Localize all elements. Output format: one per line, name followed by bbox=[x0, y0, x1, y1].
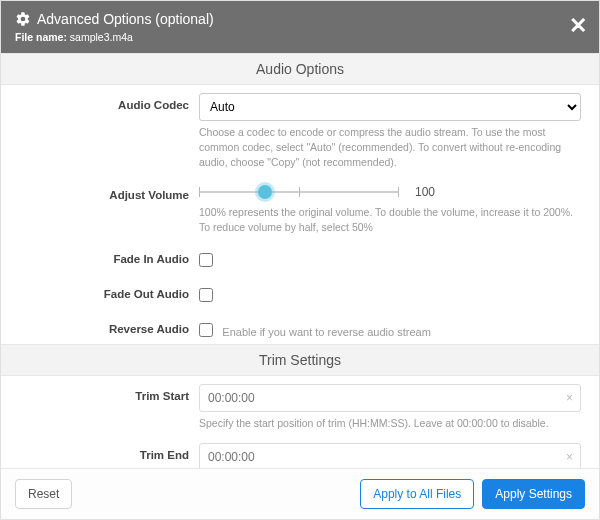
section-audio-options: Audio Options bbox=[1, 53, 599, 85]
fade-out-label: Fade Out Audio bbox=[19, 282, 189, 305]
file-name-value: sample3.m4a bbox=[70, 31, 133, 43]
trim-start-help: Specify the start position of trim (HH:M… bbox=[199, 416, 581, 431]
fade-out-checkbox[interactable] bbox=[199, 288, 213, 302]
volume-help: 100% represents the original volume. To … bbox=[199, 205, 581, 235]
advanced-options-dialog: Advanced Options (optional) File name: s… bbox=[0, 0, 600, 520]
trim-end-input[interactable] bbox=[199, 443, 581, 468]
fade-in-label: Fade In Audio bbox=[19, 247, 189, 270]
volume-slider-thumb[interactable] bbox=[258, 185, 272, 199]
dialog-title: Advanced Options (optional) bbox=[37, 11, 214, 27]
file-name-label: File name: bbox=[15, 31, 67, 43]
dialog-footer: Reset Apply to All Files Apply Settings bbox=[1, 468, 599, 519]
trim-end-clear-icon[interactable]: × bbox=[566, 451, 573, 463]
adjust-volume-label: Adjust Volume bbox=[19, 183, 189, 235]
trim-end-label: Trim End bbox=[19, 443, 189, 468]
reverse-audio-label: Reverse Audio bbox=[19, 317, 189, 340]
apply-all-button[interactable]: Apply to All Files bbox=[360, 479, 474, 509]
volume-slider[interactable] bbox=[199, 183, 399, 201]
section-trim-settings: Trim Settings bbox=[1, 344, 599, 376]
audio-codec-help: Choose a codec to encode or compress the… bbox=[199, 125, 581, 171]
reverse-audio-help: Enable if you want to reverse audio stre… bbox=[222, 326, 431, 338]
apply-settings-button[interactable]: Apply Settings bbox=[482, 479, 585, 509]
close-icon[interactable]: ✕ bbox=[569, 15, 587, 37]
dialog-header: Advanced Options (optional) File name: s… bbox=[1, 1, 599, 53]
audio-codec-select[interactable]: Auto bbox=[199, 93, 581, 121]
audio-codec-label: Audio Codec bbox=[19, 93, 189, 171]
fade-in-checkbox[interactable] bbox=[199, 253, 213, 267]
file-name-row: File name: sample3.m4a bbox=[15, 31, 585, 43]
gear-icon bbox=[15, 11, 31, 27]
trim-start-clear-icon[interactable]: × bbox=[566, 392, 573, 404]
reverse-audio-checkbox[interactable] bbox=[199, 323, 213, 337]
trim-start-label: Trim Start bbox=[19, 384, 189, 431]
trim-start-input[interactable] bbox=[199, 384, 581, 412]
volume-value: 100 bbox=[415, 185, 455, 199]
reset-button[interactable]: Reset bbox=[15, 479, 72, 509]
dialog-body: Audio Options Audio Codec Auto Choose a … bbox=[1, 53, 599, 468]
